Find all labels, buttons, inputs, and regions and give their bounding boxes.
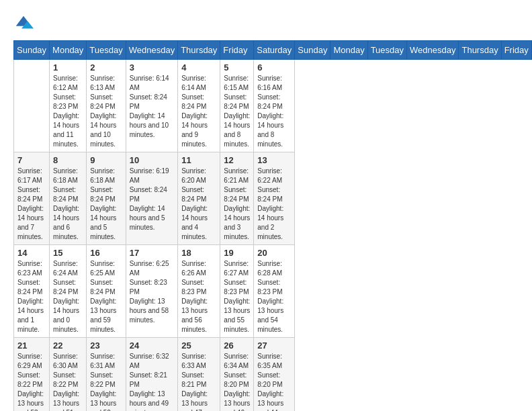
week-row-3: 14Sunrise: 6:23 AMSunset: 8:24 PMDayligh… bbox=[14, 245, 533, 338]
day-number: 27 bbox=[257, 340, 291, 351]
calendar-cell bbox=[14, 60, 50, 152]
calendar-cell: 5Sunrise: 6:15 AMSunset: 8:24 PMDaylight… bbox=[220, 60, 254, 152]
day-info: Sunrise: 6:18 AMSunset: 8:24 PMDaylight:… bbox=[53, 167, 83, 242]
calendar-table: SundayMondayTuesdayWednesdayThursdayFrid… bbox=[13, 40, 532, 411]
day-number: 20 bbox=[257, 248, 291, 258]
day-number: 22 bbox=[53, 340, 83, 351]
day-info: Sunrise: 6:31 AMSunset: 8:22 PMDaylight:… bbox=[90, 352, 122, 411]
header-sunday: Sunday bbox=[295, 41, 330, 60]
day-info: Sunrise: 6:26 AMSunset: 8:23 PMDaylight:… bbox=[181, 259, 216, 334]
day-number: 14 bbox=[17, 248, 46, 258]
calendar-cell: 2Sunrise: 6:13 AMSunset: 8:24 PMDaylight… bbox=[87, 60, 126, 152]
calendar-cell: 11Sunrise: 6:20 AMSunset: 8:24 PMDayligh… bbox=[178, 152, 220, 245]
calendar-cell: 18Sunrise: 6:26 AMSunset: 8:23 PMDayligh… bbox=[178, 245, 220, 338]
calendar-cell: 27Sunrise: 6:35 AMSunset: 8:20 PMDayligh… bbox=[254, 338, 295, 412]
day-number: 9 bbox=[90, 155, 122, 165]
calendar-cell: 1Sunrise: 6:12 AMSunset: 8:23 PMDaylight… bbox=[50, 60, 87, 152]
calendar-cell: 10Sunrise: 6:19 AMSunset: 8:24 PMDayligh… bbox=[126, 152, 177, 245]
logo bbox=[13, 13, 36, 34]
header-tuesday: Tuesday bbox=[367, 41, 406, 60]
header-wednesday: Wednesday bbox=[126, 41, 177, 60]
day-info: Sunrise: 6:21 AMSunset: 8:24 PMDaylight:… bbox=[224, 167, 250, 242]
day-number: 11 bbox=[181, 155, 216, 165]
day-info: Sunrise: 6:24 AMSunset: 8:24 PMDaylight:… bbox=[53, 259, 83, 334]
day-number: 8 bbox=[53, 155, 83, 165]
calendar-cell: 6Sunrise: 6:16 AMSunset: 8:24 PMDaylight… bbox=[254, 60, 295, 152]
day-number: 4 bbox=[181, 62, 216, 73]
day-info: Sunrise: 6:23 AMSunset: 8:24 PMDaylight:… bbox=[17, 259, 46, 334]
day-info: Sunrise: 6:20 AMSunset: 8:24 PMDaylight:… bbox=[181, 167, 216, 242]
day-info: Sunrise: 6:30 AMSunset: 8:22 PMDaylight:… bbox=[53, 352, 83, 411]
page-header bbox=[13, 13, 519, 34]
day-number: 16 bbox=[90, 248, 122, 258]
week-row-1: 1Sunrise: 6:12 AMSunset: 8:23 PMDaylight… bbox=[14, 60, 533, 152]
calendar-cell: 24Sunrise: 6:32 AMSunset: 8:21 PMDayligh… bbox=[126, 338, 177, 412]
header-monday: Monday bbox=[330, 41, 367, 60]
week-row-4: 21Sunrise: 6:29 AMSunset: 8:22 PMDayligh… bbox=[14, 338, 533, 412]
day-number: 13 bbox=[257, 155, 291, 165]
day-info: Sunrise: 6:22 AMSunset: 8:24 PMDaylight:… bbox=[257, 167, 291, 242]
day-info: Sunrise: 6:16 AMSunset: 8:24 PMDaylight:… bbox=[257, 74, 291, 149]
day-number: 10 bbox=[130, 155, 174, 165]
day-info: Sunrise: 6:32 AMSunset: 8:21 PMDaylight:… bbox=[130, 352, 174, 411]
calendar-header-row: SundayMondayTuesdayWednesdayThursdayFrid… bbox=[14, 41, 533, 60]
day-number: 6 bbox=[257, 62, 291, 73]
calendar-cell: 13Sunrise: 6:22 AMSunset: 8:24 PMDayligh… bbox=[254, 152, 295, 245]
header-monday: Monday bbox=[50, 41, 87, 60]
day-info: Sunrise: 6:27 AMSunset: 8:23 PMDaylight:… bbox=[224, 259, 250, 334]
day-number: 3 bbox=[130, 62, 174, 73]
day-number: 19 bbox=[224, 248, 250, 258]
day-number: 21 bbox=[17, 340, 46, 351]
day-number: 5 bbox=[224, 62, 250, 73]
day-number: 18 bbox=[181, 248, 216, 258]
logo-icon bbox=[13, 13, 34, 34]
day-info: Sunrise: 6:18 AMSunset: 8:24 PMDaylight:… bbox=[90, 167, 122, 242]
day-info: Sunrise: 6:35 AMSunset: 8:20 PMDaylight:… bbox=[257, 352, 291, 411]
day-info: Sunrise: 6:25 AMSunset: 8:24 PMDaylight:… bbox=[90, 259, 122, 334]
day-info: Sunrise: 6:15 AMSunset: 8:24 PMDaylight:… bbox=[224, 74, 250, 149]
day-info: Sunrise: 6:33 AMSunset: 8:21 PMDaylight:… bbox=[181, 352, 216, 411]
day-info: Sunrise: 6:28 AMSunset: 8:23 PMDaylight:… bbox=[257, 259, 291, 334]
header-sunday: Sunday bbox=[14, 41, 50, 60]
calendar-cell: 26Sunrise: 6:34 AMSunset: 8:20 PMDayligh… bbox=[220, 338, 254, 412]
calendar-cell: 14Sunrise: 6:23 AMSunset: 8:24 PMDayligh… bbox=[14, 245, 50, 338]
day-info: Sunrise: 6:25 AMSunset: 8:23 PMDaylight:… bbox=[130, 259, 174, 325]
calendar-cell: 3Sunrise: 6:14 AMSunset: 8:24 PMDaylight… bbox=[126, 60, 177, 152]
day-number: 7 bbox=[17, 155, 46, 165]
calendar-cell: 22Sunrise: 6:30 AMSunset: 8:22 PMDayligh… bbox=[50, 338, 87, 412]
calendar-cell: 25Sunrise: 6:33 AMSunset: 8:21 PMDayligh… bbox=[178, 338, 220, 412]
day-number: 23 bbox=[90, 340, 122, 351]
header-saturday: Saturday bbox=[254, 41, 295, 60]
day-number: 12 bbox=[224, 155, 250, 165]
calendar-cell: 16Sunrise: 6:25 AMSunset: 8:24 PMDayligh… bbox=[87, 245, 126, 338]
header-wednesday: Wednesday bbox=[407, 41, 459, 60]
day-number: 2 bbox=[90, 62, 122, 73]
calendar-cell: 17Sunrise: 6:25 AMSunset: 8:23 PMDayligh… bbox=[126, 245, 177, 338]
calendar-cell: 7Sunrise: 6:17 AMSunset: 8:24 PMDaylight… bbox=[14, 152, 50, 245]
day-info: Sunrise: 6:12 AMSunset: 8:23 PMDaylight:… bbox=[53, 74, 83, 149]
header-thursday: Thursday bbox=[178, 41, 220, 60]
day-info: Sunrise: 6:17 AMSunset: 8:24 PMDaylight:… bbox=[17, 167, 46, 242]
header-thursday: Thursday bbox=[459, 41, 501, 60]
calendar-cell: 4Sunrise: 6:14 AMSunset: 8:24 PMDaylight… bbox=[178, 60, 220, 152]
day-info: Sunrise: 6:34 AMSunset: 8:20 PMDaylight:… bbox=[224, 352, 250, 411]
day-info: Sunrise: 6:14 AMSunset: 8:24 PMDaylight:… bbox=[181, 74, 216, 149]
day-number: 26 bbox=[224, 340, 250, 351]
day-number: 25 bbox=[181, 340, 216, 351]
day-number: 24 bbox=[130, 340, 174, 351]
calendar-cell: 9Sunrise: 6:18 AMSunset: 8:24 PMDaylight… bbox=[87, 152, 126, 245]
header-friday: Friday bbox=[501, 41, 531, 60]
calendar-cell: 21Sunrise: 6:29 AMSunset: 8:22 PMDayligh… bbox=[14, 338, 50, 412]
day-info: Sunrise: 6:29 AMSunset: 8:22 PMDaylight:… bbox=[17, 352, 46, 411]
day-number: 17 bbox=[130, 248, 174, 258]
calendar-cell: 8Sunrise: 6:18 AMSunset: 8:24 PMDaylight… bbox=[50, 152, 87, 245]
week-row-2: 7Sunrise: 6:17 AMSunset: 8:24 PMDaylight… bbox=[14, 152, 533, 245]
day-info: Sunrise: 6:13 AMSunset: 8:24 PMDaylight:… bbox=[90, 74, 122, 149]
header-tuesday: Tuesday bbox=[87, 41, 126, 60]
day-info: Sunrise: 6:19 AMSunset: 8:24 PMDaylight:… bbox=[130, 167, 174, 232]
calendar-cell: 12Sunrise: 6:21 AMSunset: 8:24 PMDayligh… bbox=[220, 152, 254, 245]
day-number: 1 bbox=[53, 62, 83, 73]
calendar-cell: 15Sunrise: 6:24 AMSunset: 8:24 PMDayligh… bbox=[50, 245, 87, 338]
calendar-cell: 19Sunrise: 6:27 AMSunset: 8:23 PMDayligh… bbox=[220, 245, 254, 338]
day-number: 15 bbox=[53, 248, 83, 258]
